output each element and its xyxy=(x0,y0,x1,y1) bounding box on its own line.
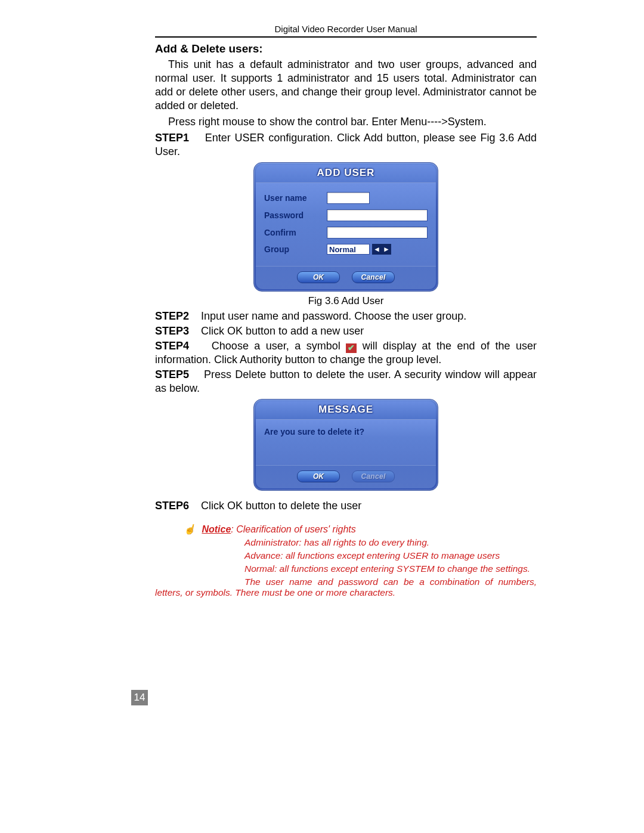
hand-icon: ☝ xyxy=(184,524,199,535)
notice-line-1: Administrator: has all rights to do ever… xyxy=(244,537,537,548)
message-body: Are you sure to delete it? xyxy=(256,419,436,465)
message-title: MESSAGE xyxy=(256,401,436,419)
group-prev-button[interactable]: ◄ xyxy=(372,244,382,255)
step5-label: STEP5 xyxy=(155,368,189,380)
check-icon: ✔ xyxy=(346,343,357,353)
step5-text: Press Delete button to delete the user. … xyxy=(155,368,537,394)
step4: STEP4 Choose a user, a symbol ✔ will dis… xyxy=(155,339,537,367)
notice-paragraph: The user name and password can be a comb… xyxy=(155,577,537,598)
step6-text: Click OK button to delete the user xyxy=(201,500,361,512)
fig-caption-1: Fig 3.6 Add User xyxy=(155,295,537,307)
password-input[interactable] xyxy=(327,209,428,221)
page-number: 14 xyxy=(131,690,148,705)
nav-hint: Press right mouse to show the control ba… xyxy=(155,115,537,129)
section-title: Add & Delete users: xyxy=(155,42,537,55)
adduser-cancel-button[interactable]: Cancel xyxy=(352,271,395,283)
step4-label: STEP4 xyxy=(155,340,189,352)
group-label: Group xyxy=(264,244,327,254)
notice-label: Notice xyxy=(202,524,231,534)
username-input[interactable] xyxy=(327,192,370,204)
notice-block: ☝ Notice: Clearification of users' right… xyxy=(155,524,537,598)
step2-text: Input user name and password. Choose the… xyxy=(201,310,466,322)
step4-before: Choose a user, a symbol xyxy=(212,340,346,352)
notice-line-2: Advance: all functions except entering U… xyxy=(244,550,537,561)
confirm-input[interactable] xyxy=(327,227,428,239)
step6: STEP6 Click OK button to delete the user xyxy=(155,499,537,513)
step3: STEP3 Click OK button to add a new user xyxy=(155,324,537,338)
doc-header: Digital Video Recorder User Manual xyxy=(155,24,537,38)
notice-para-text: The user name and password can be a comb… xyxy=(155,577,537,597)
notice-head-rest: : Clearification of users' rights xyxy=(231,524,355,534)
step1: STEP1 Enter USER configuration. Click Ad… xyxy=(155,131,537,159)
message-ok-button[interactable]: OK xyxy=(297,470,340,482)
group-value[interactable]: Normal xyxy=(327,244,370,255)
message-dialog: MESSAGE Are you sure to delete it? OK Ca… xyxy=(253,399,438,491)
step2: STEP2 Input user name and password. Choo… xyxy=(155,309,537,323)
step2-label: STEP2 xyxy=(155,310,189,322)
notice-head: ☝ Notice: Clearification of users' right… xyxy=(184,524,537,535)
group-next-button[interactable]: ► xyxy=(382,244,391,255)
step6-label: STEP6 xyxy=(155,500,189,512)
message-cancel-button[interactable]: Cancel xyxy=(352,470,395,482)
step3-label: STEP3 xyxy=(155,325,189,337)
username-label: User name xyxy=(264,193,327,203)
intro-paragraph: This unit has a default administrator an… xyxy=(155,58,537,113)
password-label: Password xyxy=(264,210,327,220)
confirm-label: Confirm xyxy=(264,228,327,237)
step1-text: Enter USER configuration. Click Add butt… xyxy=(155,132,537,157)
add-user-title: ADD USER xyxy=(256,165,436,182)
step1-label: STEP1 xyxy=(155,132,189,144)
add-user-dialog: ADD USER User name Password Confirm xyxy=(253,162,438,292)
adduser-ok-button[interactable]: OK xyxy=(297,271,340,283)
notice-line-3: Normal: all functions except entering SY… xyxy=(244,563,537,574)
step5: STEP5 Press Delete button to delete the … xyxy=(155,368,537,395)
step3-text: Click OK button to add a new user xyxy=(201,325,364,337)
